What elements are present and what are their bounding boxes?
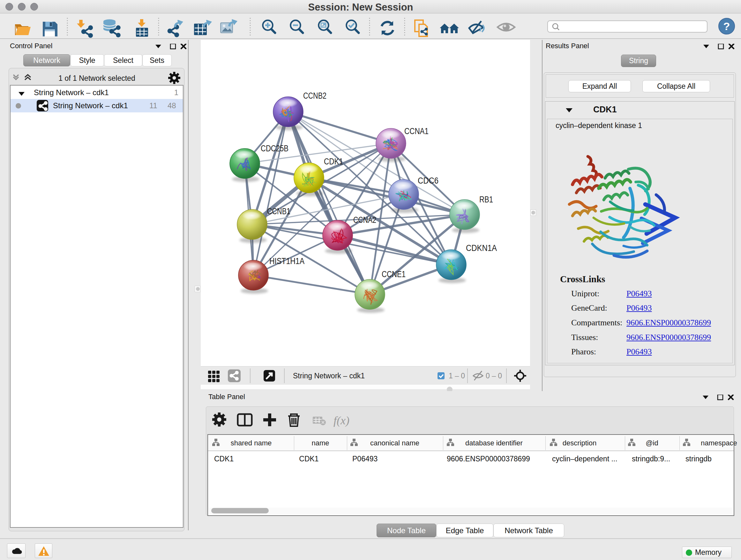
svg-text:CDK1: CDK1 <box>324 157 343 166</box>
svg-text:1 – 0: 1 – 0 <box>449 372 465 380</box>
svg-text:0 – 0: 0 – 0 <box>486 372 502 380</box>
svg-text:f(x): f(x) <box>333 414 349 427</box>
svg-text:String Network – cdk1: String Network – cdk1 <box>293 372 365 380</box>
svg-text:CDC25B: CDC25B <box>261 144 288 153</box>
svg-text:CCNB1: CCNB1 <box>267 206 290 216</box>
svg-text:CCNA2: CCNA2 <box>353 215 376 225</box>
svg-text:CCNE1: CCNE1 <box>382 269 406 279</box>
svg-text:RB1: RB1 <box>479 195 493 204</box>
svg-text:CDC6: CDC6 <box>418 176 439 186</box>
svg-text:HIST1H1A: HIST1H1A <box>269 256 305 266</box>
svg-text:CDKN1A: CDKN1A <box>466 243 497 253</box>
svg-text:CCNA1: CCNA1 <box>404 126 428 136</box>
svg-text:?: ? <box>724 20 730 32</box>
svg-text:CCNB2: CCNB2 <box>303 91 327 101</box>
